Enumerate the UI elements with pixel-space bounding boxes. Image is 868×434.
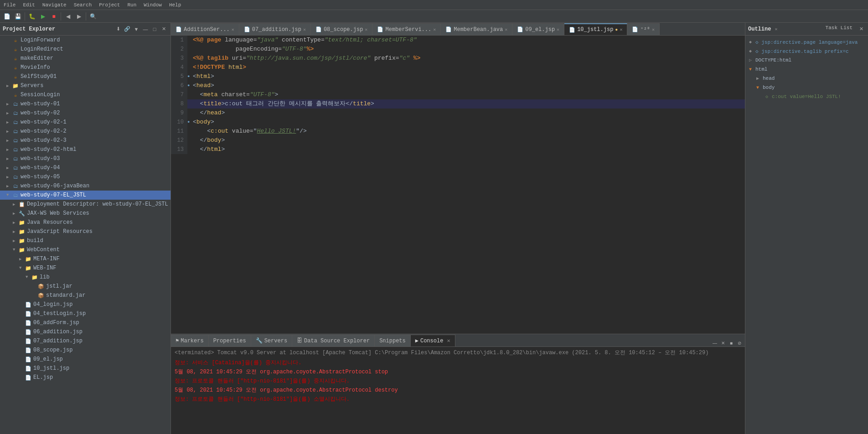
collapse-all-button[interactable]: ⬇ — [114, 25, 122, 33]
outline-html[interactable]: ▼ html — [745, 65, 868, 74]
back-button[interactable]: ◀ — [63, 11, 73, 21]
tree-item-web-inf[interactable]: ▼📁WEB-INF — [0, 264, 170, 273]
save-button[interactable]: 💾 — [13, 11, 23, 21]
editor-tab-09-el[interactable]: 📄09_el.jsp✕ — [512, 23, 564, 35]
link-with-editor-button[interactable]: 🔗 — [123, 25, 131, 33]
tree-item-09-el[interactable]: 📄09_el.jsp — [0, 355, 170, 364]
tree-item-web-study-02-3[interactable]: ▶🗂web-study-02-3 — [0, 136, 170, 145]
editor-tab-20-extra[interactable]: 📄⁺²⁰✕ — [627, 23, 660, 35]
tab-close-button[interactable]: ✕ — [652, 27, 655, 32]
tree-item-04-login[interactable]: 📄04_login.jsp — [0, 300, 170, 309]
tree-item-06-addition[interactable]: 📄06_addition.jsp — [0, 327, 170, 336]
tree-arrow: ▶ — [19, 257, 25, 262]
debug-button[interactable]: 🐛 — [27, 11, 37, 21]
tree-item-session-login[interactable]: ☕SessionLogin — [0, 90, 170, 99]
search-button[interactable]: 🔍 — [88, 11, 98, 21]
tree-item-07-addition[interactable]: 📄07_addition.jsp — [0, 336, 170, 346]
tab-close-button[interactable]: ✕ — [620, 27, 622, 32]
close-panel-button[interactable]: ✕ — [160, 25, 168, 33]
tree-item-08-scope[interactable]: 📄08_scope.jsp — [0, 346, 170, 355]
console-clear-button[interactable]: ⊘ — [736, 339, 743, 346]
tree-item-web-study-07-el-jstl[interactable]: ▼🗂web-study-07-EL_JSTL — [0, 191, 170, 200]
tree-item-web-study-02[interactable]: ▶🗂web-study-02 — [0, 108, 170, 118]
tree-item-web-study-05[interactable]: ▶🗂web-study-05 — [0, 172, 170, 181]
editor-tab-addition-ser[interactable]: 📄AdditionSer...✕ — [171, 23, 239, 35]
tree-item-javascript-resources[interactable]: ▶📁JavaScript Resources — [0, 227, 170, 236]
menu-navigate[interactable]: Navigate — [41, 2, 68, 8]
tree-item-jstl-jar[interactable]: 📦jstl.jar — [0, 282, 170, 291]
editor-tab-member-serv[interactable]: 📄MemberServi...✕ — [372, 23, 441, 35]
outline-head[interactable]: ▶ head — [745, 74, 868, 83]
tree-item-el-jsp[interactable]: 📄EL.jsp — [0, 373, 170, 382]
menu-run[interactable]: Run — [125, 2, 138, 8]
outline-cout[interactable]: ◇ c:out value=Hello JSTL! — [745, 92, 868, 101]
close-console-button[interactable]: ✕ — [447, 337, 450, 344]
outline-close-button[interactable]: ✕ — [857, 25, 865, 33]
editor-tab-07-addition[interactable]: 📄07_addition.jsp✕ — [239, 23, 311, 35]
tab-snippets[interactable]: Snippets — [375, 335, 411, 346]
tree-item-lib[interactable]: ▼📁lib — [0, 273, 170, 282]
tree-item-jax-ws[interactable]: ▶🔧JAX-WS Web Services — [0, 209, 170, 218]
menu-search[interactable]: Search — [72, 2, 94, 8]
tab-close-button[interactable]: ✕ — [303, 27, 306, 32]
forward-button[interactable]: ▶ — [74, 11, 84, 21]
menu-project[interactable]: Project — [97, 2, 122, 8]
tree-item-servers[interactable]: ▶📁Servers — [0, 81, 170, 90]
tree-item-build[interactable]: ▶📁build — [0, 236, 170, 245]
editor-area[interactable]: 1 <%@ page language="java" contentType="… — [171, 36, 745, 334]
tree-item-web-study-02-html[interactable]: ▶🗂web-study-02-html — [0, 145, 170, 154]
tree-item-web-study-03[interactable]: ▶🗂web-study-03 — [0, 154, 170, 163]
new-button[interactable]: 📄 — [2, 11, 12, 21]
tab-markers[interactable]: ⚑ Markers — [171, 335, 209, 346]
menu-file[interactable]: File — [2, 2, 17, 8]
tree-item-web-study-02-2[interactable]: ▶🗂web-study-02-2 — [0, 127, 170, 136]
task-list-tab[interactable]: Task List — [826, 25, 852, 33]
menu-help[interactable]: Help — [167, 2, 183, 8]
run-button[interactable]: ▶ — [38, 11, 48, 21]
tree-item-06-add-form[interactable]: 📄06_addForm.jsp — [0, 318, 170, 327]
minimize-button[interactable]: — — [141, 25, 150, 33]
editor-tab-member-bean[interactable]: 📄MemberBean.java✕ — [441, 23, 512, 35]
tree-item-web-study-02-1[interactable]: ▶🗂web-study-02-1 — [0, 118, 170, 127]
tab-console[interactable]: ▶ Console ✕ — [411, 335, 455, 346]
maximize-button[interactable]: □ — [150, 25, 159, 33]
menu-edit[interactable]: Edit — [21, 2, 36, 8]
tree-item-movie-info[interactable]: ☕MovieInfo — [0, 63, 170, 72]
tree-item-deployment-descriptor[interactable]: ▶📋Deployment Descriptor: web-study-07-EL… — [0, 200, 170, 209]
tab-close-button[interactable]: ✕ — [505, 27, 507, 32]
tree-item-standard-jar[interactable]: 📦standard.jar — [0, 291, 170, 300]
tab-close-button[interactable]: ✕ — [433, 27, 436, 32]
tree-label: JAX-WS Web Services — [27, 210, 89, 217]
tree-item-web-study-04[interactable]: ▶🗂web-study-04 — [0, 163, 170, 172]
tree-item-webcontent[interactable]: ▼📁WebContent — [0, 245, 170, 254]
outline-jsp-directive-page[interactable]: ◆ ◇ jsp:directive.page language=java — [745, 37, 868, 46]
tab-properties[interactable]: Properties — [209, 335, 251, 346]
editor-tab-10-jstl[interactable]: 📄10_jstl.jsp●✕ — [564, 23, 627, 35]
console-minimize-button[interactable]: — — [711, 339, 718, 346]
tree-item-make-editor[interactable]: ☕makeEditer — [0, 54, 170, 63]
menu-window[interactable]: Window — [142, 2, 164, 8]
tree-item-meta-inf[interactable]: ▶📁META-INF — [0, 254, 170, 264]
outline-body[interactable]: ▼ body — [745, 83, 868, 92]
tab-close-button[interactable]: ✕ — [232, 27, 234, 32]
outline-doctype[interactable]: ▷ DOCTYPE:html — [745, 56, 868, 65]
stop-button[interactable]: ■ — [49, 11, 59, 21]
console-line-5: 정보: 프로토콜 핸들러 ["http-nio-8181"]을(를) 소멸시킵니… — [175, 395, 741, 404]
tree-item-web-study-01[interactable]: ▶🗂web-study-01 — [0, 99, 170, 108]
editor-tab-08-scope[interactable]: 📄08_scope.jsp✕ — [311, 23, 372, 35]
outline-jsp-directive-taglib[interactable]: ◆ ◇ jsp:directive.taglib prefix=c — [745, 46, 868, 56]
tab-close-button[interactable]: ✕ — [365, 27, 367, 32]
tab-close-button[interactable]: ✕ — [557, 27, 559, 32]
tree-item-java-resources[interactable]: ▶📁Java Resources — [0, 218, 170, 227]
tree-item-web-study-06-javabean[interactable]: ▶🗂web-study-06-javaBean — [0, 181, 170, 191]
tree-item-login-forward[interactable]: ☕LoginForward — [0, 36, 170, 45]
tab-datasource[interactable]: 🗄 Data Source Explorer — [292, 335, 375, 346]
tree-item-10-jstl[interactable]: 📄10_jstl.jsp — [0, 364, 170, 373]
tree-item-login-redirect[interactable]: ☕LoginRedirect — [0, 45, 170, 54]
tab-servers[interactable]: 🔧 Servers — [251, 335, 292, 346]
console-close-button[interactable]: ✕ — [719, 339, 727, 346]
tree-item-self-study01[interactable]: ☕SelfStudy01 — [0, 72, 170, 81]
console-stop-button[interactable]: ■ — [728, 339, 735, 346]
filter-button[interactable]: ▼ — [132, 25, 140, 33]
tree-item-04-test-login[interactable]: 📄04_testLogin.jsp — [0, 309, 170, 318]
